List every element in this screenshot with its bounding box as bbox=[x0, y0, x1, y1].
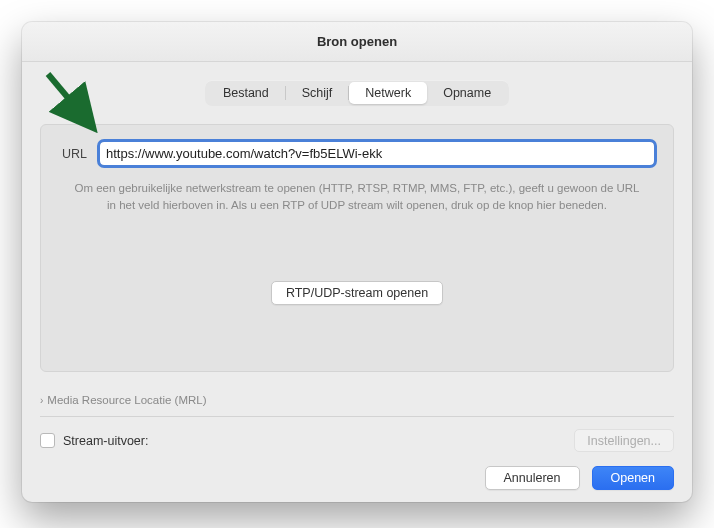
url-row: URL bbox=[59, 141, 655, 166]
tab-network[interactable]: Netwerk bbox=[349, 82, 427, 104]
cancel-button[interactable]: Annuleren bbox=[485, 466, 580, 490]
window-title: Bron openen bbox=[317, 34, 397, 49]
open-button[interactable]: Openen bbox=[592, 466, 674, 490]
url-input[interactable] bbox=[99, 141, 655, 166]
rtp-udp-button[interactable]: RTP/UDP-stream openen bbox=[271, 281, 443, 305]
dialog-window: Bron openen Bestand Schijf Netwerk Opnam… bbox=[22, 22, 692, 502]
stream-output-checkbox[interactable] bbox=[40, 433, 55, 448]
tab-disk[interactable]: Schijf bbox=[286, 82, 349, 104]
tab-file[interactable]: Bestand bbox=[207, 82, 285, 104]
chevron-right-icon: › bbox=[40, 395, 43, 406]
footer-buttons: Annuleren Openen bbox=[40, 466, 674, 490]
stream-settings-button: Instellingen... bbox=[574, 429, 674, 452]
network-panel: URL Om een gebruikelijke netwerkstream t… bbox=[40, 124, 674, 372]
help-text: Om een gebruikelijke netwerkstream te op… bbox=[59, 180, 655, 213]
stream-output-label: Stream-uitvoer: bbox=[63, 434, 148, 448]
divider bbox=[40, 416, 674, 417]
titlebar: Bron openen bbox=[22, 22, 692, 62]
mrl-disclosure[interactable]: › Media Resource Locatie (MRL) bbox=[40, 394, 674, 406]
stream-output-row: Stream-uitvoer: Instellingen... bbox=[40, 429, 674, 452]
url-label: URL bbox=[59, 147, 87, 161]
mrl-label: Media Resource Locatie (MRL) bbox=[47, 394, 206, 406]
tab-capture[interactable]: Opname bbox=[427, 82, 507, 104]
tab-bar: Bestand Schijf Netwerk Opname bbox=[40, 80, 674, 106]
content-area: Bestand Schijf Netwerk Opname URL Om een… bbox=[22, 62, 692, 502]
